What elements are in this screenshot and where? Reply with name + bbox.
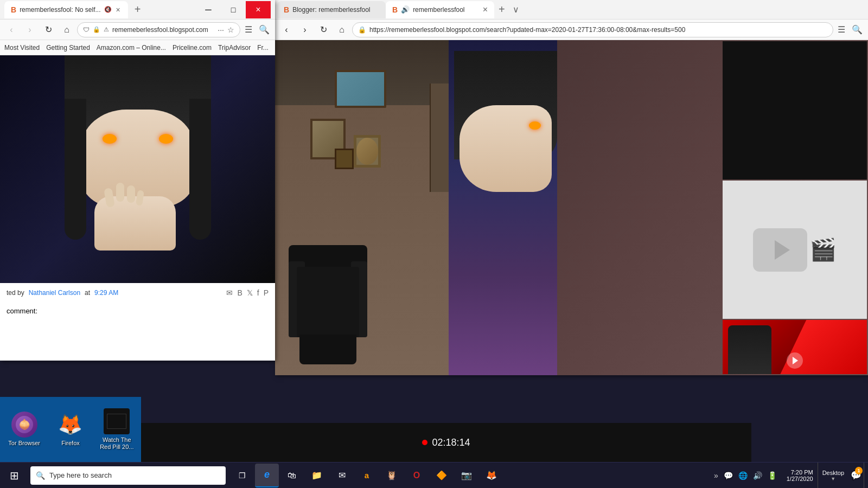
edge-tab-left[interactable]: B rememberlessfool: No self... 🔇 × bbox=[4, 1, 128, 18]
desktop-label: Desktop bbox=[822, 470, 844, 476]
char-face-partial bbox=[459, 105, 552, 192]
tripadvisor-taskbar-btn[interactable]: 🦉 bbox=[380, 464, 404, 487]
desktop-icon-video[interactable]: Watch The Red Pill 20... bbox=[98, 408, 136, 451]
edge-tab-mute-left[interactable]: 🔇 bbox=[104, 6, 112, 13]
hub-icon-left[interactable]: ☰ bbox=[242, 22, 254, 37]
forward-btn-right[interactable]: › bbox=[297, 22, 313, 38]
char-eye-partial bbox=[529, 121, 541, 130]
address-more-left[interactable]: ··· bbox=[218, 25, 224, 34]
window-controls-left: ─ □ × bbox=[196, 1, 271, 18]
twitter-share-icon[interactable]: 𝕏 bbox=[247, 288, 253, 297]
firefox-taskbar-btn[interactable]: 🦊 bbox=[480, 464, 503, 487]
security-icon-left: 🛡 bbox=[83, 26, 90, 34]
mail-taskbar-btn[interactable]: ✉ bbox=[330, 464, 354, 487]
taskbar-search[interactable]: 🔍 Type here to search bbox=[30, 466, 226, 485]
firefox-label: Firefox bbox=[61, 440, 80, 447]
address-text-right: https://rememeberlessfool.blogspot.com/s… bbox=[369, 26, 685, 34]
explorer-taskbar-btn[interactable]: 📁 bbox=[305, 464, 329, 487]
edge-window-left: B rememberlessfool: No self... 🔇 × + ─ □… bbox=[0, 0, 275, 361]
edge-tab-close-right[interactable]: × bbox=[483, 5, 488, 15]
email-share-icon[interactable]: ✉ bbox=[226, 288, 233, 297]
show-desktop-strip[interactable] bbox=[864, 463, 868, 489]
tray-notification[interactable]: 💬 bbox=[723, 471, 734, 480]
back-btn-right[interactable]: ‹ bbox=[278, 22, 295, 38]
edge-toolbar-icons-left: ☰ 🔍 bbox=[242, 22, 272, 37]
edge-tab-close-left[interactable]: × bbox=[115, 4, 122, 15]
blogthis-share-icon[interactable]: B bbox=[237, 288, 242, 297]
opera-taskbar-btn[interactable]: O bbox=[405, 464, 429, 487]
clock-date: 1/27/2020 bbox=[787, 476, 813, 482]
tray-network[interactable]: 🌐 bbox=[737, 471, 749, 480]
address-text-left: rememeberlessfool.blogspot.com bbox=[112, 26, 208, 34]
notification-badge: 1 bbox=[855, 467, 863, 474]
edge-tab-new-right[interactable]: + bbox=[494, 3, 509, 16]
maximize-btn-left[interactable]: □ bbox=[221, 1, 246, 18]
at-label: at bbox=[85, 289, 90, 297]
bookmark-most-visited[interactable]: Most Visited bbox=[4, 44, 40, 52]
pinterest-share-icon[interactable]: P bbox=[264, 288, 269, 297]
address-bar-left[interactable]: 🛡 🔒 ⚠ rememeberlessfool.blogspot.com ···… bbox=[77, 22, 240, 37]
start-button[interactable]: ⊞ bbox=[0, 463, 28, 489]
edge-tab-label-left: rememberlessfool: No self... bbox=[20, 6, 100, 14]
windows-logo-icon: ⊞ bbox=[10, 469, 19, 482]
edge-tab-active-label: rememberlessfool bbox=[413, 6, 480, 14]
search-icon-left[interactable]: 🔍 bbox=[257, 22, 272, 37]
tray-battery[interactable]: 🔋 bbox=[767, 471, 778, 480]
reload-btn-left[interactable]: ↻ bbox=[40, 22, 56, 38]
forward-btn-left[interactable]: › bbox=[22, 22, 38, 38]
facebook-share-icon[interactable]: f bbox=[257, 288, 259, 297]
edge-taskbar-btn[interactable]: e bbox=[255, 464, 279, 487]
thumbnail-black[interactable] bbox=[723, 41, 867, 179]
taskbar-clock[interactable]: 7:20 PM 1/27/2020 bbox=[782, 469, 818, 482]
favorites-icon-left[interactable]: ☆ bbox=[227, 25, 234, 34]
character-overlay bbox=[449, 40, 557, 375]
painting-large bbox=[335, 70, 386, 108]
blog-time[interactable]: 9:29 AM bbox=[94, 289, 118, 297]
vlc-taskbar-btn[interactable]: 🔶 bbox=[430, 464, 454, 487]
notification-area[interactable]: 💬 1 bbox=[848, 463, 864, 489]
bookmark-getting-started[interactable]: Getting Started bbox=[46, 44, 90, 52]
bookmark-tripadvisor[interactable]: TripAdvisor bbox=[218, 44, 251, 52]
bookmark-priceline[interactable]: Priceline.com bbox=[173, 44, 212, 52]
close-btn-left[interactable]: × bbox=[246, 1, 271, 18]
bookmark-amazon[interactable]: Amazon.com – Online... bbox=[97, 44, 166, 52]
desktop-show-btn[interactable]: Desktop ▼ bbox=[818, 463, 848, 489]
home-btn-left[interactable]: ⌂ bbox=[59, 22, 75, 38]
store-taskbar-btn[interactable]: 🛍 bbox=[280, 464, 304, 487]
thumb-play-btn[interactable] bbox=[787, 352, 803, 369]
edge-tab-new-left[interactable]: + bbox=[130, 3, 145, 16]
clock-time: 7:20 PM bbox=[791, 469, 813, 476]
blog-content-left: ted by Nathaniel Carlson at 9:29 AM ✉ B … bbox=[0, 55, 275, 361]
reload-btn-right[interactable]: ↻ bbox=[315, 22, 331, 38]
thumbnail-action[interactable] bbox=[723, 320, 867, 374]
thumbnail-video-placeholder[interactable]: 🎬 bbox=[723, 181, 867, 319]
amazon-taskbar-btn[interactable]: a bbox=[355, 464, 379, 487]
lock-icon-right: 🔒 bbox=[358, 26, 366, 34]
hub-icon-right[interactable]: ☰ bbox=[835, 22, 847, 37]
home-btn-right[interactable]: ⌂ bbox=[334, 22, 350, 38]
right-blog-content: 🎬 bbox=[275, 40, 868, 375]
search-icon-right[interactable]: 🔍 bbox=[850, 22, 865, 37]
share-icons: ✉ B 𝕏 f P bbox=[226, 288, 269, 297]
address-bar-right[interactable]: 🔒 https://rememeberlessfool.blogspot.com… bbox=[352, 22, 833, 37]
edge-tab-blogger-inactive[interactable]: B Blogger: rememberlessfool bbox=[277, 1, 386, 18]
edge-tab-active-right[interactable]: B 🔊 rememberlessfool × bbox=[386, 1, 494, 18]
minimize-btn-left[interactable]: ─ bbox=[196, 1, 221, 18]
blog-author[interactable]: Nathaniel Carlson bbox=[29, 289, 80, 297]
desktop-sub: ▼ bbox=[831, 476, 835, 481]
blog-comment-section: comment: bbox=[0, 303, 275, 319]
back-btn-left[interactable]: ‹ bbox=[3, 22, 20, 38]
desktop-icon-tor[interactable]: 🧅 Tor Browser bbox=[5, 412, 43, 447]
bookmark-fr[interactable]: Fr... bbox=[257, 44, 269, 52]
tor-inner-icon: 🧅 bbox=[16, 416, 33, 433]
edge-toolbar-right: ‹ › ↻ ⌂ 🔒 https://rememeberlessfool.blog… bbox=[275, 20, 868, 40]
desktop-icon-firefox[interactable]: 🦊 Firefox bbox=[52, 412, 89, 447]
edge-tab-more-right[interactable]: ∨ bbox=[509, 4, 522, 15]
tray-chevron[interactable]: » bbox=[713, 471, 719, 480]
finger3 bbox=[127, 185, 135, 203]
task-view-btn[interactable]: ❐ bbox=[230, 464, 254, 487]
camera-video-icon: 🎬 bbox=[809, 237, 837, 262]
tab-muted-icon-right[interactable]: 🔊 bbox=[401, 5, 410, 14]
tray-sound[interactable]: 🔊 bbox=[752, 471, 763, 480]
camera-taskbar-btn[interactable]: 📷 bbox=[455, 464, 478, 487]
